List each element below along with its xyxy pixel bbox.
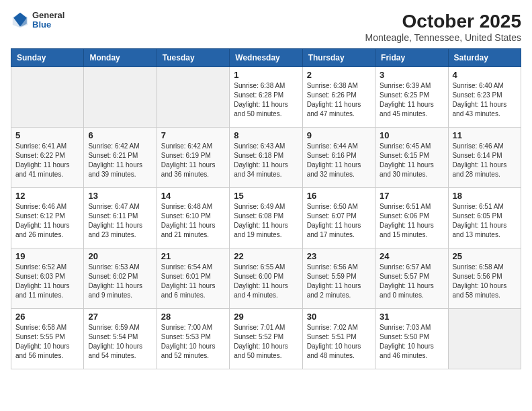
calendar-cell: 28Sunrise: 7:00 AM Sunset: 5:53 PM Dayli… (157, 309, 229, 369)
title-section: October 2025 Monteagle, Tennessee, Unite… (365, 11, 521, 43)
calendar-cell: 2Sunrise: 6:38 AM Sunset: 6:26 PM Daylig… (302, 67, 375, 128)
calendar-cell: 13Sunrise: 6:47 AM Sunset: 6:11 PM Dayli… (84, 188, 157, 248)
day-number: 16 (307, 191, 371, 201)
logo-blue: Blue (32, 20, 64, 30)
day-number: 11 (453, 130, 517, 140)
day-info: Sunrise: 6:51 AM Sunset: 6:05 PM Dayligh… (453, 202, 517, 240)
calendar-cell: 6Sunrise: 6:42 AM Sunset: 6:21 PM Daylig… (84, 128, 157, 188)
calendar-cell: 3Sunrise: 6:39 AM Sunset: 6:25 PM Daylig… (375, 67, 448, 128)
calendar-cell: 9Sunrise: 6:44 AM Sunset: 6:16 PM Daylig… (302, 128, 375, 188)
day-number: 23 (307, 251, 371, 261)
logo-general: General (32, 11, 64, 20)
day-number: 1 (234, 70, 298, 80)
calendar-week-row: 12Sunrise: 6:46 AM Sunset: 6:12 PM Dayli… (11, 188, 521, 248)
calendar-cell: 22Sunrise: 6:55 AM Sunset: 6:00 PM Dayli… (230, 248, 302, 309)
calendar-cell: 29Sunrise: 7:01 AM Sunset: 5:52 PM Dayli… (230, 309, 302, 369)
day-info: Sunrise: 6:59 AM Sunset: 5:54 PM Dayligh… (88, 323, 152, 361)
calendar-cell: 15Sunrise: 6:49 AM Sunset: 6:08 PM Dayli… (230, 188, 302, 248)
calendar-cell (11, 67, 84, 128)
calendar-cell (157, 67, 229, 128)
calendar-cell: 7Sunrise: 6:42 AM Sunset: 6:19 PM Daylig… (157, 128, 229, 188)
day-info: Sunrise: 6:48 AM Sunset: 6:10 PM Dayligh… (161, 202, 225, 240)
day-info: Sunrise: 6:39 AM Sunset: 6:25 PM Dayligh… (380, 81, 443, 119)
day-number: 7 (161, 130, 225, 140)
logo-text: General Blue (32, 11, 64, 30)
weekday-header: Monday (84, 49, 157, 67)
calendar-cell: 14Sunrise: 6:48 AM Sunset: 6:10 PM Dayli… (157, 188, 229, 248)
day-info: Sunrise: 6:43 AM Sunset: 6:18 PM Dayligh… (234, 142, 298, 179)
day-number: 31 (380, 312, 443, 322)
weekday-header: Friday (375, 49, 448, 67)
calendar-cell: 11Sunrise: 6:46 AM Sunset: 6:14 PM Dayli… (448, 128, 521, 188)
calendar-cell: 24Sunrise: 6:57 AM Sunset: 5:57 PM Dayli… (375, 248, 448, 309)
day-number: 20 (88, 251, 152, 261)
day-info: Sunrise: 6:45 AM Sunset: 6:15 PM Dayligh… (380, 142, 443, 179)
day-info: Sunrise: 6:56 AM Sunset: 5:59 PM Dayligh… (307, 263, 371, 300)
day-info: Sunrise: 6:44 AM Sunset: 6:16 PM Dayligh… (307, 142, 371, 179)
day-info: Sunrise: 6:54 AM Sunset: 6:01 PM Dayligh… (161, 263, 225, 300)
day-number: 12 (15, 191, 79, 201)
day-info: Sunrise: 6:46 AM Sunset: 6:12 PM Dayligh… (15, 202, 79, 240)
weekday-header: Wednesday (230, 49, 302, 67)
calendar-cell: 25Sunrise: 6:58 AM Sunset: 5:56 PM Dayli… (448, 248, 521, 309)
weekday-header: Sunday (11, 49, 84, 67)
day-number: 2 (307, 70, 371, 80)
calendar-week-row: 26Sunrise: 6:58 AM Sunset: 5:55 PM Dayli… (11, 309, 521, 369)
day-info: Sunrise: 6:51 AM Sunset: 6:06 PM Dayligh… (380, 202, 443, 240)
calendar-cell: 27Sunrise: 6:59 AM Sunset: 5:54 PM Dayli… (84, 309, 157, 369)
day-info: Sunrise: 6:58 AM Sunset: 5:56 PM Dayligh… (453, 263, 517, 300)
calendar-cell: 4Sunrise: 6:40 AM Sunset: 6:23 PM Daylig… (448, 67, 521, 128)
calendar-cell: 30Sunrise: 7:02 AM Sunset: 5:51 PM Dayli… (302, 309, 375, 369)
calendar-week-row: 19Sunrise: 6:52 AM Sunset: 6:03 PM Dayli… (11, 248, 521, 309)
day-info: Sunrise: 6:55 AM Sunset: 6:00 PM Dayligh… (234, 263, 298, 300)
day-info: Sunrise: 6:38 AM Sunset: 6:28 PM Dayligh… (234, 81, 298, 119)
weekday-header: Tuesday (157, 49, 229, 67)
day-number: 24 (380, 251, 443, 261)
calendar-week-row: 1Sunrise: 6:38 AM Sunset: 6:28 PM Daylig… (11, 67, 521, 128)
day-number: 22 (234, 251, 298, 261)
day-number: 15 (234, 191, 298, 201)
day-number: 27 (88, 312, 152, 322)
day-number: 10 (380, 130, 443, 140)
calendar-cell: 23Sunrise: 6:56 AM Sunset: 5:59 PM Dayli… (302, 248, 375, 309)
day-number: 14 (161, 191, 225, 201)
logo: General Blue (11, 11, 64, 30)
calendar-cell (448, 309, 521, 369)
day-info: Sunrise: 6:52 AM Sunset: 6:03 PM Dayligh… (15, 263, 79, 300)
day-info: Sunrise: 7:01 AM Sunset: 5:52 PM Dayligh… (234, 323, 298, 361)
day-number: 26 (15, 312, 79, 322)
weekday-header: Saturday (448, 49, 521, 67)
day-number: 30 (307, 312, 371, 322)
calendar-cell: 26Sunrise: 6:58 AM Sunset: 5:55 PM Dayli… (11, 309, 84, 369)
day-number: 9 (307, 130, 371, 140)
day-number: 17 (380, 191, 443, 201)
calendar-cell: 12Sunrise: 6:46 AM Sunset: 6:12 PM Dayli… (11, 188, 84, 248)
day-info: Sunrise: 6:42 AM Sunset: 6:19 PM Dayligh… (161, 142, 225, 179)
day-info: Sunrise: 6:47 AM Sunset: 6:11 PM Dayligh… (88, 202, 152, 240)
calendar-table: SundayMondayTuesdayWednesdayThursdayFrid… (11, 48, 521, 369)
day-info: Sunrise: 6:46 AM Sunset: 6:14 PM Dayligh… (453, 142, 517, 179)
day-number: 28 (161, 312, 225, 322)
day-number: 13 (88, 191, 152, 201)
calendar-header: SundayMondayTuesdayWednesdayThursdayFrid… (11, 49, 521, 67)
day-info: Sunrise: 7:03 AM Sunset: 5:50 PM Dayligh… (380, 323, 443, 361)
weekday-header: Thursday (302, 49, 375, 67)
day-number: 21 (161, 251, 225, 261)
weekday-header-row: SundayMondayTuesdayWednesdayThursdayFrid… (11, 49, 521, 67)
calendar-cell: 5Sunrise: 6:41 AM Sunset: 6:22 PM Daylig… (11, 128, 84, 188)
logo-icon (11, 11, 30, 30)
calendar-cell: 16Sunrise: 6:50 AM Sunset: 6:07 PM Dayli… (302, 188, 375, 248)
day-info: Sunrise: 6:53 AM Sunset: 6:02 PM Dayligh… (88, 263, 152, 300)
day-info: Sunrise: 7:00 AM Sunset: 5:53 PM Dayligh… (161, 323, 225, 361)
day-number: 18 (453, 191, 517, 201)
day-number: 4 (453, 70, 517, 80)
day-info: Sunrise: 6:40 AM Sunset: 6:23 PM Dayligh… (453, 81, 517, 119)
day-number: 19 (15, 251, 79, 261)
calendar-cell (84, 67, 157, 128)
day-number: 3 (380, 70, 443, 80)
calendar-cell: 18Sunrise: 6:51 AM Sunset: 6:05 PM Dayli… (448, 188, 521, 248)
calendar-cell: 17Sunrise: 6:51 AM Sunset: 6:06 PM Dayli… (375, 188, 448, 248)
day-info: Sunrise: 6:49 AM Sunset: 6:08 PM Dayligh… (234, 202, 298, 240)
day-info: Sunrise: 6:42 AM Sunset: 6:21 PM Dayligh… (88, 142, 152, 179)
day-number: 6 (88, 130, 152, 140)
